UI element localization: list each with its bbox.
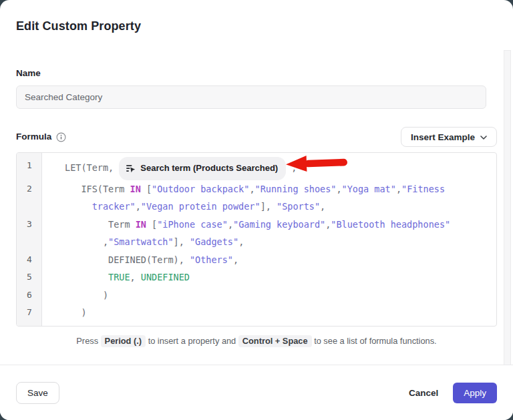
code-token (65, 272, 108, 282)
code-token: "Outdoor backpack" (152, 184, 249, 194)
line-number: 1 (17, 157, 42, 180)
property-pill[interactable]: Search term (Products Searched) (119, 157, 286, 180)
formula-hint: Press Period (.) to insert a property an… (16, 335, 497, 348)
code-token: "Fitness (401, 184, 445, 194)
code-token: ) (65, 290, 108, 300)
period-key-chip: Period (.) (101, 335, 146, 347)
code-token: [ (146, 219, 157, 230)
save-button[interactable]: Save (16, 382, 59, 404)
property-icon (126, 164, 136, 174)
code-token: , (136, 201, 141, 212)
code-token: , (336, 184, 341, 194)
info-icon[interactable] (56, 132, 66, 142)
insert-example-label: Insert Example (411, 132, 475, 142)
code-token: "Sports" (277, 201, 320, 212)
line-number (17, 233, 42, 251)
code-token: UNDEFINED (141, 272, 190, 282)
line-number: 5 (17, 268, 42, 286)
code-token: ], (174, 236, 190, 247)
code-token: , (286, 162, 297, 173)
code-token: , (228, 219, 233, 230)
insert-example-button[interactable]: Insert Example (401, 127, 497, 147)
code-row: 7 ) (17, 304, 496, 322)
formula-header-row: Formula Insert Example (16, 127, 497, 147)
code-token: LET(Term, (65, 162, 119, 173)
code-lines: 1LET(Term, Search term (Products Searche… (17, 157, 496, 322)
code-token: "iPhone case" (157, 219, 228, 230)
code-row: 4 DEFINED(Term), "Others", (17, 251, 496, 269)
code-token: IN (136, 219, 146, 230)
code-token: "Smartwatch" (108, 236, 174, 247)
code-row: 2 IFS(Term IN ["Outdoor backpack","Runni… (17, 180, 496, 198)
dialog-content: Edit Custom Property Name Formula Insert… (0, 0, 513, 365)
line-number: 2 (17, 180, 42, 198)
code-token: DEFINED(Term), (65, 254, 190, 265)
name-input[interactable] (16, 85, 486, 109)
code-token: [ (141, 184, 152, 194)
code-token: tracker" (92, 201, 136, 212)
line-number: 4 (17, 251, 42, 269)
code-token: , (130, 272, 141, 282)
line-number: 6 (17, 286, 42, 304)
apply-button[interactable]: Apply (453, 383, 497, 403)
code-token: Term (65, 219, 136, 230)
vertical-scrollbar[interactable] (504, 50, 511, 365)
code-token: , (396, 184, 401, 194)
code-row: 3 Term IN ["iPhone case","Gaming keyboar… (17, 216, 496, 234)
code-row: tracker","Vegan protein powder"], "Sport… (17, 198, 496, 216)
code-token: IFS(Term (65, 184, 130, 194)
line-number (17, 198, 42, 216)
code-token: "Yoga mat" (342, 184, 396, 194)
edit-custom-property-dialog: Edit Custom Property Name Formula Insert… (0, 0, 513, 420)
cancel-button[interactable]: Cancel (409, 388, 438, 398)
code-token: , (238, 236, 244, 247)
code-token (65, 201, 92, 212)
code-token: "Vegan protein powder" (141, 201, 261, 212)
property-pill-label: Search term (Products Searched) (140, 160, 278, 178)
code-token: , (320, 201, 325, 212)
dialog-title: Edit Custom Property (16, 19, 497, 33)
code-token: , (65, 236, 108, 247)
line-number: 7 (17, 304, 42, 322)
code-token: "Running shoes" (255, 184, 337, 194)
chevron-down-icon (480, 132, 487, 142)
code-row: ,"Smartwatch"], "Gadgets", (17, 233, 496, 251)
code-token: , (233, 254, 238, 265)
hint-text: Press (76, 336, 100, 346)
code-token: "Gadgets" (190, 236, 238, 247)
code-token: TRUE (108, 272, 130, 282)
name-label: Name (16, 68, 497, 79)
code-row: 1LET(Term, Search term (Products Searche… (17, 157, 496, 180)
formula-label: Formula (16, 132, 51, 142)
code-token: ], (261, 201, 277, 212)
line-number: 3 (17, 216, 42, 234)
code-token: ) (65, 307, 87, 318)
code-token: "Gaming keyboard" (233, 219, 325, 230)
code-row: 5 TRUE, UNDEFINED (17, 268, 496, 286)
code-token: "Others" (190, 254, 233, 265)
hint-text: to see a list of formula functions. (312, 336, 437, 346)
code-token: "Bluetooth headphones" (331, 219, 450, 230)
code-token: , (249, 184, 254, 194)
dialog-footer: Save Cancel Apply (0, 365, 513, 420)
control-space-key-chip: Control + Space (238, 335, 312, 347)
code-row: 6 ) (17, 286, 496, 304)
code-token: IN (130, 184, 141, 194)
hint-text: to insert a property and (146, 336, 238, 346)
formula-editor[interactable]: 1LET(Term, Search term (Products Searche… (16, 152, 497, 327)
